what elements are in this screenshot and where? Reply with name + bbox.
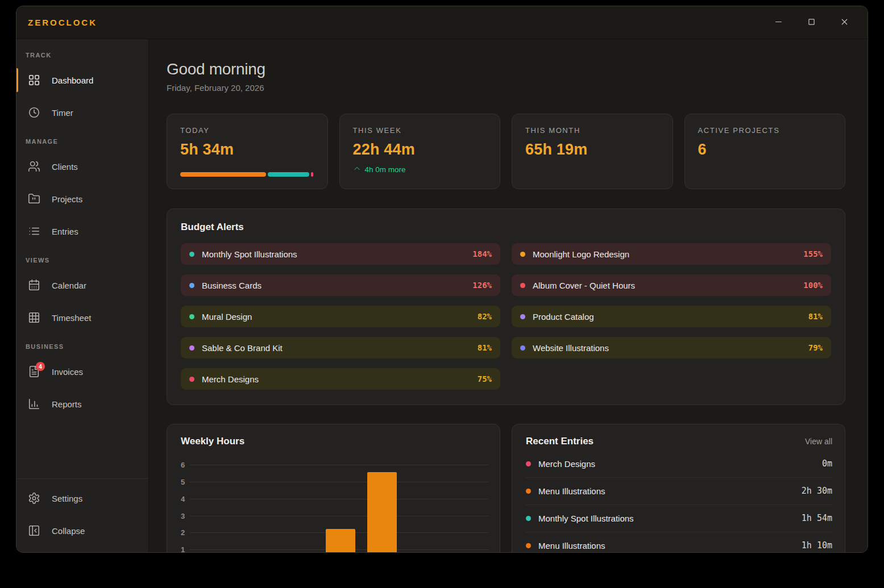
chart-slot: [361, 458, 403, 552]
sidebar-section-label: VIEWS: [26, 257, 139, 264]
y-axis-tick-label: 2: [181, 528, 185, 537]
sidebar-item-timesheet[interactable]: Timesheet: [16, 303, 148, 332]
close-icon: [840, 17, 849, 28]
alert-row-moonlight-logo-redesign[interactable]: Moonlight Logo Redesign155%: [512, 243, 831, 265]
sidebar-footer: SettingsCollapse: [16, 478, 148, 552]
entry-duration: 2h 30m: [802, 486, 832, 496]
sidebar-item-label: Entries: [52, 227, 78, 236]
alert-row-product-catalog[interactable]: Product Catalog81%: [512, 306, 831, 327]
project-color-dot: [520, 252, 525, 257]
sidebar-item-label: Reports: [52, 399, 82, 409]
maximize-icon: [807, 17, 816, 28]
sidebar-item-calendar[interactable]: Calendar: [16, 271, 148, 299]
project-name: Merch Designs: [202, 374, 259, 384]
entry-row-menu-illustrations[interactable]: Menu Illustrations1h 10m: [526, 532, 832, 552]
sidebar-section-business: BUSINESS4InvoicesReports: [16, 343, 148, 418]
view-all-link[interactable]: View all: [805, 437, 832, 446]
stat-card-active-projects: ACTIVE PROJECTS6: [684, 114, 846, 189]
alert-row-sable-co-brand-kit[interactable]: Sable & Co Brand Kit81%: [181, 337, 500, 358]
alert-row-business-cards[interactable]: Business Cards126%: [181, 274, 500, 296]
titlebar[interactable]: ZEROCLOCK: [16, 6, 868, 39]
app-logo: ZEROCLOCK: [28, 18, 97, 27]
alert-row-mural-design[interactable]: Mural Design82%: [181, 306, 500, 327]
budget-percentage: 184%: [472, 249, 492, 258]
sidebar-item-label: Timesheet: [52, 313, 91, 323]
sidebar-item-reports[interactable]: Reports: [16, 390, 148, 418]
stat-value: 65h 19m: [525, 141, 659, 159]
project-color-dot: [526, 543, 531, 548]
sidebar-item-label: Calendar: [52, 281, 86, 290]
stat-cards-row: TODAY5h 34mTHIS WEEK22h 44m4h 0m moreTHI…: [167, 114, 845, 189]
calendar-icon: [28, 279, 40, 291]
minimize-icon: [774, 17, 783, 28]
sidebar-item-clients[interactable]: Clients: [16, 152, 148, 181]
settings-icon: [28, 492, 40, 504]
project-color-dot: [526, 489, 531, 494]
entry-row-monthly-spot-illustrations[interactable]: Monthly Spot Illustrations1h 54m: [526, 505, 832, 532]
sidebar-nav: TRACKDashboardTimerMANAGEClientsProjects…: [16, 44, 148, 478]
y-axis-tick-label: 6: [181, 461, 185, 470]
timer-icon: [28, 106, 40, 119]
y-axis-tick-label: 1: [181, 545, 185, 552]
stat-card-today: TODAY5h 34m: [167, 114, 328, 189]
minimize-button[interactable]: [770, 14, 787, 31]
current-date: Friday, February 20, 2026: [167, 83, 845, 93]
timesheet-icon: [28, 311, 40, 324]
budget-percentage: 155%: [803, 249, 823, 258]
sidebar-section-views: VIEWSCalendarTimesheet: [16, 257, 148, 332]
project-name: Business Cards: [202, 281, 262, 290]
sidebar-section-label: MANAGE: [26, 138, 139, 145]
maximize-button[interactable]: [803, 14, 820, 31]
entry-duration: 1h 10m: [802, 540, 832, 551]
sidebar-item-entries[interactable]: Entries: [16, 217, 148, 245]
collapse-icon: [28, 524, 40, 537]
sidebar-item-projects[interactable]: Projects: [16, 185, 148, 213]
alert-row-monthly-spot-illustrations[interactable]: Monthly Spot Illustrations184%: [181, 243, 500, 265]
budget-percentage: 100%: [803, 281, 823, 290]
reports-icon: [28, 398, 40, 410]
stat-label: THIS WEEK: [353, 126, 487, 135]
weekly-hours-card: Weekly Hours 123456: [167, 424, 500, 552]
sidebar-section-manage: MANAGEClientsProjectsEntries: [16, 138, 148, 245]
entry-row-merch-designs[interactable]: Merch Designs0m: [526, 451, 832, 478]
project-color-dot: [189, 252, 194, 257]
entry-duration: 0m: [822, 458, 832, 469]
stat-label: ACTIVE PROJECTS: [698, 126, 832, 135]
entry-project-name: Monthly Spot Illustrations: [538, 514, 634, 523]
project-color-dot: [189, 345, 194, 351]
entry-row-menu-illustrations[interactable]: Menu Illustrations2h 30m: [526, 478, 832, 505]
sidebar-item-timer[interactable]: Timer: [16, 98, 148, 127]
alert-row-album-cover-quiet-hours[interactable]: Album Cover - Quiet Hours100%: [512, 274, 831, 296]
project-color-dot: [189, 283, 194, 288]
alert-row-merch-designs[interactable]: Merch Designs75%: [181, 368, 500, 390]
y-axis-tick-label: 4: [181, 495, 185, 504]
sidebar-item-dashboard[interactable]: Dashboard: [16, 66, 148, 94]
recent-entries-card: Recent Entries View all Merch Designs0mM…: [512, 424, 845, 552]
budget-percentage: 126%: [472, 281, 492, 290]
stat-label: TODAY: [180, 126, 314, 135]
chart-slot: [277, 458, 319, 552]
greeting-heading: Good morning: [167, 61, 845, 78]
sidebar-item-label: Collapse: [52, 526, 85, 536]
sidebar-item-settings[interactable]: Settings: [16, 484, 148, 512]
project-color-dot: [526, 516, 531, 521]
alert-row-website-illustrations[interactable]: Website Illustrations79%: [512, 337, 831, 358]
invoices-icon: 4: [28, 365, 40, 378]
stat-card-this-week: THIS WEEK22h 44m4h 0m more: [339, 114, 501, 189]
sidebar-item-invoices[interactable]: 4Invoices: [16, 357, 148, 386]
sidebar-item-label: Dashboard: [52, 76, 93, 85]
project-name: Product Catalog: [533, 312, 594, 322]
clients-icon: [28, 160, 40, 173]
close-button[interactable]: [836, 14, 853, 31]
sidebar-item-collapse[interactable]: Collapse: [16, 516, 148, 545]
project-name: Album Cover - Quiet Hours: [533, 281, 635, 290]
app-window: ZEROCLOCK TRACKDashboardTimerMANAGEClien…: [16, 6, 868, 553]
project-color-dot: [526, 461, 531, 466]
budget-percentage: 81%: [808, 312, 823, 321]
week-delta-text: 4h 0m more: [365, 165, 406, 174]
chart-bar: [326, 529, 355, 552]
chevron-up-icon: [353, 165, 361, 174]
progress-segment: [180, 172, 266, 177]
desktop-background: ZEROCLOCK TRACKDashboardTimerMANAGEClien…: [0, 0, 884, 588]
entry-duration: 1h 54m: [802, 513, 832, 523]
